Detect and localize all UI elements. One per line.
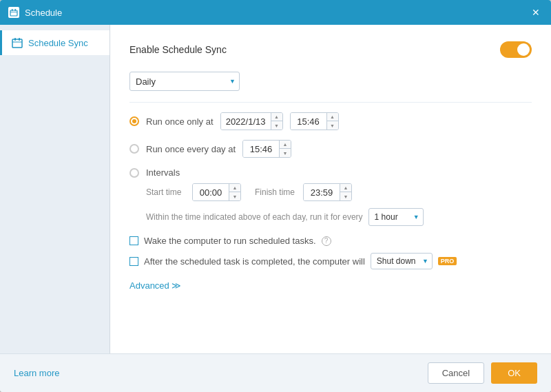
learn-more-link[interactable]: Learn more <box>14 368 59 378</box>
intervals-section: Start time ▲ ▼ Finish time ▲ ▼ <box>146 183 532 226</box>
main-content: Enable Schedule Sync Daily Weekly Monthl… <box>110 25 551 353</box>
finish-time-label: Finish time <box>255 187 295 197</box>
finish-time-down[interactable]: ▼ <box>340 192 351 200</box>
enable-toggle[interactable] <box>500 41 532 58</box>
dialog-body: Schedule Sync Enable Schedule Sync Daily… <box>0 25 551 353</box>
dialog-title: Schedule <box>25 8 62 18</box>
sidebar: Schedule Sync <box>0 25 110 353</box>
pro-badge: PRO <box>438 257 457 265</box>
run-every-day-down[interactable]: ▼ <box>280 149 291 157</box>
finish-time-arrows: ▲ ▼ <box>340 184 351 200</box>
title-bar-left: Schedule <box>8 7 62 18</box>
run-once-only-row: Run once only at ▲ ▼ ▲ ▼ <box>129 112 532 130</box>
wake-label: Wake the computer to run scheduled tasks… <box>144 236 316 246</box>
finish-time-up[interactable]: ▲ <box>340 184 351 192</box>
svg-rect-5 <box>14 38 16 41</box>
toggle-thumb <box>517 43 530 56</box>
shutdown-select[interactable]: Shut down Sleep Hibernate Log off <box>371 253 433 269</box>
cancel-button[interactable]: Cancel <box>428 362 484 384</box>
frequency-row: Daily Weekly Monthly <box>129 72 532 91</box>
title-bar: Schedule ✕ <box>0 0 551 25</box>
advanced-link[interactable]: Advanced ≫ <box>129 280 181 291</box>
schedule-dialog: Schedule ✕ Schedule Sync <box>0 0 551 392</box>
run-every-day-row: Run once every day at ▲ ▼ <box>129 140 532 158</box>
intervals-row: Intervals <box>129 167 532 178</box>
dialog-footer: Learn more Cancel OK <box>0 353 551 392</box>
finish-time-input[interactable]: ▲ ▼ <box>303 183 352 201</box>
run-every-day-time-field[interactable] <box>243 141 279 157</box>
svg-rect-6 <box>19 38 20 41</box>
run-once-time-input[interactable]: ▲ ▼ <box>290 112 339 130</box>
interval-select-wrapper: 30 mins 1 hour 2 hours 3 hours 6 hours 1… <box>368 208 424 226</box>
run-once-date-up[interactable]: ▲ <box>271 113 282 121</box>
after-task-checkbox[interactable] <box>129 257 138 266</box>
start-time-up[interactable]: ▲ <box>229 184 240 192</box>
run-once-time-up[interactable]: ▲ <box>327 113 338 121</box>
run-once-date-field[interactable] <box>221 113 271 130</box>
run-every-day-radio[interactable] <box>129 144 139 154</box>
close-button[interactable]: ✕ <box>529 6 543 19</box>
frequency-select-wrapper: Daily Weekly Monthly <box>129 72 240 91</box>
frequency-select[interactable]: Daily Weekly Monthly <box>129 72 240 91</box>
svg-rect-1 <box>12 9 13 11</box>
start-time-input[interactable]: ▲ ▼ <box>192 183 241 201</box>
start-time-label: Start time <box>146 187 184 197</box>
shutdown-select-wrapper: Shut down Sleep Hibernate Log off <box>371 253 433 269</box>
intervals-label: Intervals <box>146 167 180 178</box>
run-once-time-field[interactable] <box>291 113 326 130</box>
wake-help-icon[interactable]: ? <box>322 236 331 246</box>
interval-select[interactable]: 30 mins 1 hour 2 hours 3 hours 6 hours 1… <box>368 208 424 226</box>
sidebar-item-schedule-sync[interactable]: Schedule Sync <box>0 30 110 55</box>
start-finish-time-row: Start time ▲ ▼ Finish time ▲ ▼ <box>146 183 532 201</box>
svg-rect-0 <box>10 10 17 16</box>
dialog-icon <box>8 7 19 18</box>
start-time-arrows: ▲ ▼ <box>229 184 240 200</box>
run-once-time-down[interactable]: ▼ <box>327 121 338 130</box>
run-every-day-up[interactable]: ▲ <box>280 141 291 149</box>
svg-rect-2 <box>15 9 17 11</box>
run-every-day-time-input[interactable]: ▲ ▼ <box>242 140 291 158</box>
run-once-date-input[interactable]: ▲ ▼ <box>220 112 283 130</box>
run-once-date-arrows: ▲ ▼ <box>271 113 282 130</box>
run-once-only-radio[interactable] <box>129 116 139 126</box>
finish-time-field[interactable] <box>304 184 340 200</box>
within-text: Within the time indicated above of each … <box>146 212 363 222</box>
run-every-day-arrows: ▲ ▼ <box>279 141 291 157</box>
start-time-field[interactable] <box>193 184 229 200</box>
after-task-label: After the scheduled task is completed, t… <box>144 256 365 267</box>
within-row: Within the time indicated above of each … <box>146 208 532 226</box>
calendar-icon <box>12 37 23 48</box>
sidebar-item-label: Schedule Sync <box>28 38 88 48</box>
run-once-date-down[interactable]: ▼ <box>271 121 282 130</box>
svg-rect-4 <box>12 39 22 48</box>
ok-button[interactable]: OK <box>491 362 537 384</box>
enable-section: Enable Schedule Sync <box>129 41 532 58</box>
intervals-radio[interactable] <box>129 168 139 178</box>
start-time-down[interactable]: ▼ <box>229 192 240 200</box>
run-once-only-label: Run once only at <box>146 116 214 127</box>
wake-checkbox[interactable] <box>129 236 138 245</box>
enable-label: Enable Schedule Sync <box>129 44 227 55</box>
run-once-time-arrows: ▲ ▼ <box>326 113 338 130</box>
wake-checkbox-row: Wake the computer to run scheduled tasks… <box>129 236 532 246</box>
divider-1 <box>129 102 532 103</box>
after-task-checkbox-row: After the scheduled task is completed, t… <box>129 253 532 269</box>
run-every-day-label: Run once every day at <box>146 144 236 154</box>
footer-buttons: Cancel OK <box>428 362 537 384</box>
